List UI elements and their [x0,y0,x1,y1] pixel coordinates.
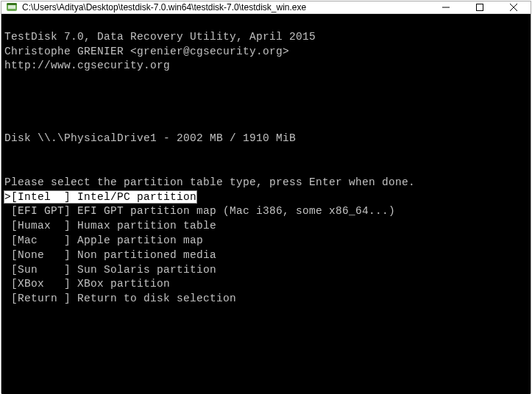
header-line-2: Christophe GRENIER <grenier@cgsecurity.o… [4,46,289,57]
window-controls [429,1,531,13]
blank-line [4,321,528,336]
titlebar[interactable]: C:\Users\Aditya\Desktop\testdisk-7.0.win… [1,1,531,14]
blank-line [4,146,528,161]
maximize-button[interactable] [463,1,497,13]
disk-info: Disk \\.\PhysicalDrive1 - 2002 MB / 1910… [4,132,296,144]
blank-line [4,379,528,394]
header-line-3: http://www.cgsecurity.org [4,60,170,71]
prompt-text: Please select the partition table type, … [4,176,415,188]
close-button[interactable] [497,1,531,13]
option-row[interactable]: [Mac ] Apple partition map [4,234,528,248]
close-icon [510,4,517,11]
window-title: C:\Users\Aditya\Desktop\testdisk-7.0.win… [22,2,429,12]
blank-line [4,74,528,88]
header-line-1: TestDisk 7.0, Data Recovery Utility, Apr… [4,31,316,43]
option-row[interactable]: [Sun ] Sun Solaris partition [4,263,528,278]
option-row[interactable]: [Return ] Return to disk selection [4,292,528,307]
minimize-icon [442,4,450,11]
svg-rect-1 [8,5,15,9]
svg-rect-2 [7,3,17,5]
option-row[interactable]: [Humax ] Humax partition table [4,219,528,234]
app-window: C:\Users\Aditya\Desktop\testdisk-7.0.win… [1,1,531,393]
svg-rect-4 [477,4,483,11]
terminal-output[interactable]: TestDisk 7.0, Data Recovery Utility, Apr… [1,14,531,394]
minimize-button[interactable] [429,1,463,13]
maximize-icon [476,4,483,11]
option-row[interactable]: [EFI GPT] EFI GPT partition map (Mac i38… [4,204,528,219]
option-row[interactable]: [None ] Non partitioned media [4,248,528,263]
option-row[interactable]: [XBox ] XBox partition [4,277,528,292]
app-icon [6,1,18,13]
option-row-selected[interactable]: >[Intel ] Intel/PC partition [4,190,528,205]
blank-line [4,350,528,365]
blank-line [4,103,528,118]
